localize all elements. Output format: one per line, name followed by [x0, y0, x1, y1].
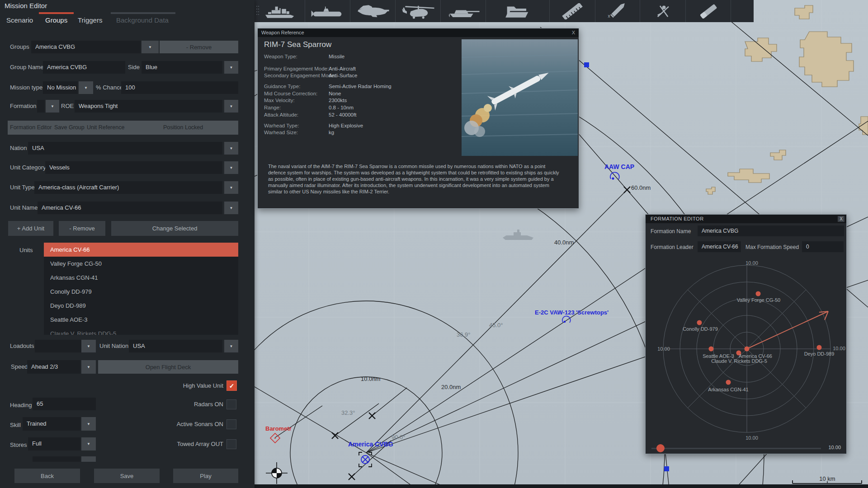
side-select[interactable]: Blue [142, 61, 222, 74]
add-unit-button[interactable]: + Add Unit [8, 221, 53, 236]
svg-text:x: x [608, 13, 610, 18]
groups-select[interactable]: America CVBG [31, 41, 141, 53]
mission-editor-panel: Mission Editor Scenario Groups Triggers … [0, 0, 255, 488]
save-button[interactable]: Save [94, 469, 160, 483]
unit-nation-select[interactable]: USA [129, 340, 222, 352]
unit-type-dropdown-button[interactable]: ▼ [224, 181, 238, 194]
high-value-unit-label: High Value Unit [136, 382, 223, 389]
back-button[interactable]: Back [14, 469, 80, 483]
position-locked-toggle[interactable]: Position Locked [163, 124, 203, 131]
toolbar-drag-handle[interactable] [256, 6, 260, 17]
stores-select[interactable]: Full [28, 437, 80, 450]
waypoint-square-icon[interactable] [584, 62, 589, 67]
formation-scale-slider[interactable] [651, 448, 821, 449]
radars-on-checkbox[interactable] [226, 399, 236, 409]
chevron-down-icon: ▼ [230, 166, 233, 170]
formation-unit-dot [817, 345, 822, 350]
formation-unit-label: Conolly DD-979 [683, 326, 718, 332]
close-icon[interactable]: X [572, 28, 575, 37]
angle-90-label: 90.0° [392, 434, 406, 441]
groups-dropdown-button[interactable]: ▼ [142, 41, 159, 53]
spec-value: Semi-Active Radar Homing [329, 84, 392, 89]
america-cvbg-label[interactable]: America CVBG [348, 441, 393, 448]
measure-tool-button[interactable] [550, 0, 595, 22]
unit-name-select[interactable]: America CV-66 [38, 202, 222, 214]
draw-tool-button[interactable]: x [595, 0, 640, 22]
erase-tool-button[interactable] [686, 0, 731, 22]
range-40-label: 40.0nm [554, 239, 574, 246]
stores-dropdown-button[interactable]: ▼ [81, 437, 96, 450]
tab-triggers[interactable]: Triggers [78, 16, 102, 24]
list-item[interactable]: Seattle AOE-3 [44, 313, 238, 327]
roe-dropdown-button[interactable]: ▼ [224, 100, 238, 113]
remove-unit-button[interactable]: - Remove [59, 221, 105, 236]
barometr-label[interactable]: Barometr [265, 425, 292, 432]
list-item[interactable]: Deyo DD-989 [44, 299, 238, 313]
heading-label: Heading [10, 399, 32, 411]
mission-type-select[interactable]: No Mission [43, 81, 78, 94]
remove-group-button[interactable]: - Remove [160, 41, 238, 53]
loadouts-dropdown-button[interactable]: ▼ [81, 340, 96, 352]
formation-editor-button[interactable]: Formation Editor [10, 124, 52, 131]
add-aircraft-button[interactable] [350, 0, 396, 22]
chevron-down-icon: ▼ [87, 442, 90, 446]
spec-value: kg [329, 130, 334, 135]
chance-label: % Chance [96, 82, 123, 94]
nation-dropdown-button[interactable]: ▼ [224, 142, 238, 155]
angle-45-label: 45.0° [489, 322, 503, 328]
group-name-input[interactable]: America CVBG [43, 61, 125, 74]
unit-category-dropdown-button[interactable]: ▼ [224, 161, 238, 174]
list-item[interactable]: Arkansas CGN-41 [44, 271, 238, 285]
aaw-cap-label[interactable]: AAW CAP [604, 163, 634, 170]
high-value-unit-checkbox[interactable]: ✓ [226, 380, 237, 391]
skill-dropdown-button[interactable]: ▼ [81, 417, 96, 431]
change-selected-button[interactable]: Change Selected [111, 221, 238, 236]
open-scenario-button[interactable] [486, 0, 550, 22]
unit-nation-dropdown-button[interactable]: ▼ [224, 340, 238, 352]
heading-input[interactable]: 65 [33, 398, 96, 410]
angle-369-label: 36.9° [457, 331, 471, 338]
e2c-label[interactable]: E-2C VAW-123 'Screwtops' [535, 309, 609, 316]
slider-knob[interactable] [656, 444, 665, 452]
nation-select[interactable]: USA [28, 142, 222, 155]
save-group-button[interactable]: Save Group [54, 124, 85, 131]
tab-scenario[interactable]: Scenario [6, 16, 33, 24]
map-bottom-edge [255, 484, 868, 488]
list-item[interactable]: Valley Forge CG-50 [44, 257, 238, 271]
roe-select[interactable]: Weapons Tight [75, 100, 222, 113]
add-tank-button[interactable] [441, 0, 486, 22]
list-item[interactable]: America CV-66 [44, 243, 238, 257]
formation-unit-dot [726, 380, 731, 385]
list-item[interactable]: Claude V. Rickets DDG-5 [44, 327, 238, 335]
unit-name-dropdown-button[interactable]: ▼ [224, 202, 238, 214]
formation-unit-label: Arkansas CGN-41 [708, 387, 748, 392]
window-titlebar[interactable]: Weapon Reference [258, 28, 579, 37]
add-submarine-button[interactable] [305, 0, 350, 22]
skill-select[interactable]: Trained [23, 417, 80, 431]
active-sonars-label: Active Sonars ON [136, 421, 223, 427]
formation-polar-plot[interactable]: 10.00 10.00 10.00 10.00 Valley [646, 215, 846, 454]
side-dropdown-button[interactable]: ▼ [224, 61, 238, 74]
add-helicopter-button[interactable] [396, 0, 441, 22]
unit-reference-button[interactable]: Unit Reference [87, 124, 124, 131]
speed-dropdown-button[interactable]: ▼ [81, 360, 96, 374]
unit-category-select[interactable]: Vessels [45, 161, 222, 174]
loadouts-label: Loadouts [10, 340, 34, 352]
unit-type-select[interactable]: America-class (Aircraft Carrier) [34, 181, 222, 194]
mission-type-dropdown-button[interactable]: ▼ [79, 81, 93, 94]
tab-background-data[interactable]: Background Data [116, 16, 169, 24]
plot-tool-button[interactable] [640, 0, 686, 22]
list-item[interactable]: Conolly DD-979 [44, 285, 238, 299]
towed-array-checkbox[interactable] [226, 439, 236, 449]
formation-dropdown-button[interactable]: ▼ [46, 100, 59, 113]
active-sonars-checkbox[interactable] [226, 419, 236, 429]
formation-select[interactable] [37, 100, 45, 113]
tab-groups[interactable]: Groups [45, 16, 67, 24]
speed-select[interactable]: Ahead 2/3 [27, 360, 80, 374]
chance-input[interactable]: 100 [121, 81, 238, 94]
loadouts-select[interactable] [35, 340, 81, 352]
open-flight-deck-button[interactable]: Open Flight Deck [98, 360, 238, 374]
waypoint-square-icon[interactable] [664, 466, 669, 471]
add-surface-ship-button[interactable] [255, 0, 305, 22]
play-button[interactable]: Play [173, 469, 238, 483]
